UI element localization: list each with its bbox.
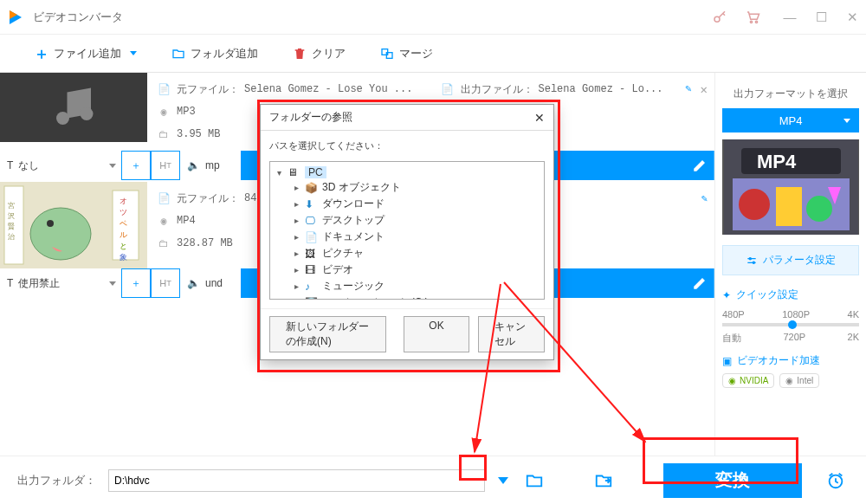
tree-node[interactable]: ▸💽ローカル ディスク (C:) [274, 294, 540, 300]
gpu-label: ビデオカード加速 [737, 353, 820, 368]
music-icon: ♪ [305, 281, 319, 293]
merge-button[interactable]: マージ [380, 46, 433, 61]
titlebar: ビデオコンバータ — ☐ ✕ [0, 0, 866, 35]
thumbnail[interactable]: 宮沢賢治 オツベルと象 [0, 182, 147, 268]
remove-item-button[interactable]: ✕ [701, 82, 708, 97]
tree-node[interactable]: ▸🖼ピクチャ [274, 245, 540, 262]
schedule-button[interactable] [823, 468, 849, 494]
gpu-badge-nvidia: ◉NVIDIA [722, 373, 774, 388]
svg-text:ル: ル [120, 230, 127, 239]
browse-folder-button[interactable] [521, 468, 547, 494]
svg-text:沢: 沢 [8, 212, 15, 220]
format-label: MP3 [177, 106, 196, 118]
gpu-badge-intel: ◉Intel [779, 373, 819, 388]
param-label: パラメータ設定 [763, 253, 836, 268]
svg-point-30 [753, 262, 754, 263]
svg-point-26 [739, 189, 770, 220]
folder-tree[interactable]: ▾🖥PC ▸📦3D オブジェクト ▸⬇ダウンロード ▸🖵デスクトップ ▸📄ドキュ… [269, 161, 545, 300]
maximize-button[interactable]: ☐ [814, 10, 828, 25]
add-subtitle-button[interactable]: ＋ [121, 151, 151, 180]
thumbnail[interactable] [0, 73, 147, 142]
svg-point-2 [755, 21, 757, 23]
tree-node-pc[interactable]: ▾🖥PC [274, 165, 540, 179]
video-icon: 🎞 [305, 264, 319, 276]
parameter-settings-button[interactable]: パラメータ設定 [722, 245, 859, 275]
pencil-icon[interactable]: ✎ [701, 192, 708, 205]
clear-label: クリア [312, 46, 346, 61]
quality-slider[interactable] [722, 323, 859, 326]
edit-button[interactable] [685, 268, 714, 298]
output-folder-input[interactable] [108, 469, 485, 492]
size-icon: 🗀 [156, 236, 171, 251]
output-folder-label: 出力フォルダ： [17, 473, 96, 488]
gpu-accel-toggle[interactable]: ▣ ビデオカード加速 [722, 353, 859, 368]
pencil-icon[interactable]: ✎ [685, 82, 691, 97]
panel-header: 出力フォーマットを選択 [722, 81, 859, 108]
add-subtitle-button[interactable]: ＋ [121, 268, 151, 298]
size-icon: 🗀 [156, 126, 171, 142]
minimize-button[interactable]: — [783, 10, 797, 25]
convert-button[interactable]: 変換 [663, 463, 802, 498]
folder-icon: 📦 [305, 182, 319, 194]
output-format-panel: 出力フォーマットを選択 MP4 MP4 パラメータ設定 ✦ クイック設定 [714, 73, 866, 456]
ok-button[interactable]: OK [404, 316, 469, 352]
svg-text:オ: オ [120, 197, 127, 205]
add-file-label: ファイル追加 [54, 46, 121, 61]
add-file-button[interactable]: ＋ ファイル追加 [35, 46, 137, 61]
slider-thumb[interactable] [788, 320, 797, 329]
new-folder-button[interactable]: 新しいフォルダーの作成(N) [269, 316, 386, 352]
dialog-title: フォルダーの参照 [269, 110, 352, 125]
wand-icon: ✦ [722, 289, 731, 301]
format-dropdown[interactable]: MP4 [722, 108, 859, 132]
subtitle-h-button[interactable]: HT [151, 151, 180, 180]
edit-button[interactable] [685, 151, 714, 180]
nvidia-icon: ◉ [728, 376, 736, 385]
add-folder-label: フォルダ追加 [191, 46, 258, 61]
svg-rect-27 [776, 187, 802, 226]
quality-labels-bottom: 自動720P2K [722, 332, 859, 345]
merge-label: マージ [399, 46, 433, 61]
svg-point-14 [47, 220, 54, 227]
open-folder-button[interactable] [591, 468, 617, 494]
tree-node[interactable]: ▸⬇ダウンロード [274, 196, 540, 212]
cart-icon[interactable] [744, 9, 761, 26]
cancel-button[interactable]: キャンセル [478, 316, 545, 352]
sliders-icon [746, 255, 758, 267]
subtitle-value: なし [18, 158, 39, 173]
download-icon: ⬇ [305, 198, 319, 210]
caret-down-icon [130, 51, 137, 55]
format-icon: ◉ [156, 104, 171, 120]
tree-node[interactable]: ▸♪ミュージック [274, 278, 540, 294]
output-icon: 📄 [440, 81, 456, 97]
format-icon: ◉ [156, 213, 171, 229]
dialog-close-button[interactable]: ✕ [534, 111, 545, 125]
speaker-icon: 🔈 [187, 277, 200, 289]
audio-value: und [205, 277, 223, 289]
tree-node[interactable]: ▸📄ドキュメント [274, 229, 540, 245]
src-label: 元ファイル： [177, 82, 239, 97]
quick-label: クイック設定 [736, 288, 798, 302]
svg-point-1 [750, 21, 752, 23]
app-title: ビデオコンバータ [33, 10, 711, 25]
subtitle-dropdown[interactable]: T なし [0, 151, 121, 180]
tree-node[interactable]: ▸📦3D オブジェクト [274, 179, 540, 196]
caret-down-icon [109, 164, 116, 168]
audio-dropdown[interactable]: 🔈 mp [180, 151, 241, 180]
convert-label: 変換 [715, 468, 750, 492]
pictures-icon: 🖼 [305, 248, 319, 260]
subtitle-dropdown[interactable]: T 使用禁止 [0, 268, 121, 298]
close-button[interactable]: ✕ [845, 10, 859, 25]
audio-dropdown[interactable]: 🔈 und [180, 268, 241, 298]
toolbar: ＋ ファイル追加 フォルダ追加 クリア マージ [0, 35, 866, 73]
subtitle-h-button[interactable]: HT [151, 268, 180, 298]
clear-button[interactable]: クリア [293, 46, 346, 61]
src-name: Selena Gomez - Lose You ... [244, 83, 412, 95]
out-name: Selena Gomez - Lo... [539, 83, 663, 95]
document-icon: 📄 [305, 231, 319, 243]
tree-node[interactable]: ▸🖵デスクトップ [274, 212, 540, 229]
output-folder-dropdown[interactable] [494, 468, 513, 494]
format-label: MP4 [177, 215, 196, 227]
key-icon[interactable] [711, 9, 728, 26]
tree-node[interactable]: ▸🎞ビデオ [274, 262, 540, 278]
add-folder-button[interactable]: フォルダ追加 [171, 46, 258, 61]
